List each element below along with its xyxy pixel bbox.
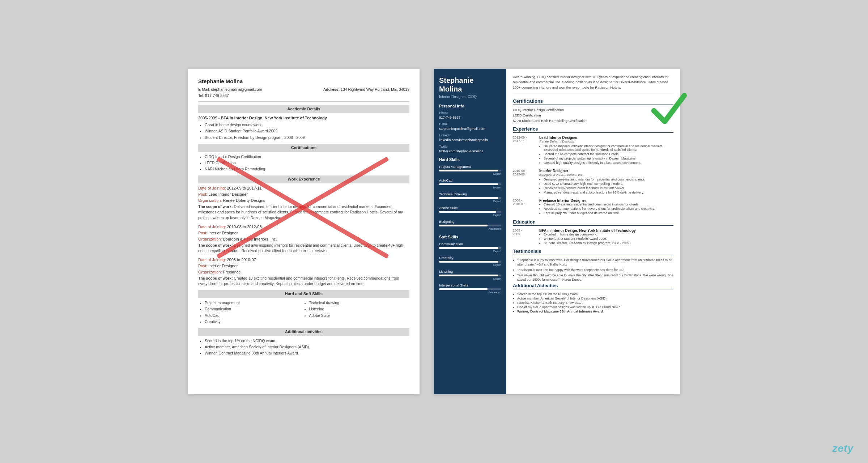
phone-label: Tel: (198, 93, 204, 98)
address-value: 134 Rightward Way Portland, ME, 04019 (341, 87, 409, 92)
linkedin-value-right: linkedin.com/in/stephanieqmolin (439, 138, 501, 142)
work1-post: Lead Interior Designer (208, 192, 248, 196)
edu-dates: 2005-2009 - (198, 116, 220, 120)
left-phone: Tel: 917-749-5567 (198, 93, 229, 98)
right-activities-title: Additional Activities (513, 283, 673, 289)
linkedin-label-right: LinkedIn (439, 133, 501, 137)
exp3-dates: 2006 -2010-07 (513, 199, 536, 216)
address-label: Address: (323, 87, 340, 92)
skill-autocad: AutoCad Expert (439, 178, 501, 189)
edu-entry-1: 2005 -2009 BFA in Interior Design, New Y… (513, 229, 673, 246)
skill-interpersonal: Interpersonal Skills Advanced (439, 283, 501, 294)
resume-main-content: Award-winning, CIDQ certified interior d… (506, 69, 680, 394)
phone-value: 917-749-5567 (205, 93, 229, 98)
exp-entry-2: 2010-08 -2012-08 Interior Designer Bourg… (513, 169, 673, 195)
work2-dates: 2010-08 to 2012-08 (227, 225, 262, 229)
skill-budgeting: Budgeting Advanced (439, 220, 501, 230)
certs-list: CIDQ Interior Design Certification LEED … (198, 154, 409, 172)
work1-org: Renée Doherty Designs (223, 198, 265, 203)
testimonials-list: "Stephanie is a joy to work with. Her de… (513, 258, 673, 282)
resume-sidebar: StephanieMolina Interior Designer, CIDQ … (434, 69, 506, 394)
work1-orglabel: Organization: (198, 198, 222, 203)
left-address: Address: 134 Rightward Way Portland, ME,… (323, 87, 409, 92)
work2-org: Bourgoin & Hess Interiors, Inc. (223, 237, 277, 241)
work3-post: Interior Designer (208, 264, 238, 268)
skill-project-mgmt: Project Management Expert (439, 165, 501, 175)
twitter-label-right: Twitter (439, 145, 501, 148)
edu-dates-right: 2005 -2009 (513, 229, 536, 246)
work1-dates: 2012-09 to 2017-11 (227, 186, 262, 190)
exp-entry-3: 2006 -2010-07 Freelance Interior Designe… (513, 199, 673, 216)
exp1-dates: 2012-09 -2017-11 (513, 136, 536, 165)
cert-3: NARI Kitchen and Bath Remodeling Certifi… (513, 119, 673, 123)
work3-scopelabel: The scope of work: (198, 276, 233, 280)
left-name: Stephanie Molina (198, 77, 409, 85)
activities-header: Additional activities (198, 328, 409, 336)
exp3-details: Freelance Interior Designer Created 10 e… (539, 199, 655, 216)
academic-header: Academic Details (198, 105, 409, 113)
twitter-value-right: twitter.com/stephanieqmolina (439, 149, 501, 153)
edu-degree: BFA in Interior Design, New York Institu… (221, 116, 327, 120)
skills-header: Hard and Soft Skills (198, 290, 409, 298)
work1-datelabel: Date of Joining: (198, 186, 226, 190)
work2-scopelabel: The scope of work: (198, 243, 233, 247)
right-certs-title: Certifications (513, 98, 673, 105)
work3-dates: 2006 to 2010-07 (227, 258, 256, 262)
left-email: E-Mail: stephanieqmolina@gmail.com (198, 87, 262, 92)
cert-2: LEED Certification (513, 113, 673, 117)
activities-list: Scored in the top 1% on the NCIDQ exam. … (198, 338, 409, 356)
work3-postlabel: Post: (198, 264, 207, 268)
phone-value-right: 917-749-5567 (439, 115, 501, 119)
exp2-dates: 2010-08 -2012-08 (513, 169, 536, 195)
sidebar-title: Interior Designer, CIDQ (439, 95, 501, 99)
work2-postlabel: Post: (198, 231, 207, 235)
resume-good: StephanieMolina Interior Designer, CIDQ … (434, 69, 680, 394)
cert-1: CIDQ Interior Design Certification (513, 108, 673, 112)
skill-technical-drawing: Technical Drawing Expert (439, 192, 501, 203)
skill-listening: Listening Expert (439, 269, 501, 280)
skills-list: Project management Communication AutoCad… (198, 300, 409, 324)
right-testimonials-title: Testimonials (513, 249, 673, 255)
skill-adobe-suite: Adobe Suite Expert (439, 206, 501, 217)
work1-postlabel: Post: (198, 192, 207, 196)
sidebar-name: StephanieMolina (439, 76, 501, 93)
email-label-right: E-mail (439, 122, 501, 126)
certs-header: Certifications (198, 144, 409, 152)
work1-scopelabel: The scope of work: (198, 204, 233, 209)
right-edu-title: Education (513, 219, 673, 226)
main-container: Stephanie Molina E-Mail: stephanieqmolin… (174, 54, 694, 409)
exp-entry-1: 2012-09 -2017-11 Lead Interior Designer … (513, 136, 673, 165)
work3-org: Freelance (223, 270, 241, 274)
edu-bullets: Great in home design coursework. Winner,… (198, 122, 409, 140)
exp1-details: Lead Interior Designer Renée Doherty Des… (539, 136, 673, 165)
work2-post: Interior Designer (208, 231, 238, 235)
skill-communication: Communication Expert (439, 242, 501, 253)
work3-datelabel: Date of Joining: (198, 258, 226, 262)
additional-list: Scored in the top 1% on the NCIDQ exam. … (513, 292, 673, 313)
zety-logo: zety (833, 443, 854, 454)
work-entry-3: Date of Joining: 2006 to 2010-07 Post: I… (198, 257, 409, 286)
work-entry-2: Date of Joining: 2010-08 to 2012-08 Post… (198, 224, 409, 254)
work3-orglabel: Organization: (198, 270, 222, 274)
edu-details-right: BFA in Interior Design, New York Institu… (539, 229, 636, 246)
right-exp-title: Experience (513, 126, 673, 133)
email-value: stephanieqmolina@gmail.com (211, 87, 262, 92)
personal-info-title: Personal Info (439, 104, 501, 108)
summary-text: Award-winning, CIDQ certified interior d… (513, 75, 673, 94)
soft-skills-title: Soft Skills (439, 235, 501, 239)
hard-skills-title: Hard Skills (439, 157, 501, 162)
academic-entry: 2005-2009 - BFA in Interior Design, New … (198, 115, 409, 140)
email-label: E-Mail: (198, 87, 210, 92)
phone-label-right: Phone (439, 111, 501, 115)
email-value-right: stephanieqmolina@gmail.com (439, 127, 501, 131)
work2-orglabel: Organization: (198, 237, 222, 241)
exp2-details: Interior Designer Bourgoin & Hess Interi… (539, 169, 645, 195)
work2-datelabel: Date of Joining: (198, 225, 226, 229)
resume-bad: Stephanie Molina E-Mail: stephanieqmolin… (188, 69, 420, 394)
work-header: Work Experience (198, 175, 409, 183)
work-entry-1: Date of Joining: 2012-09 to 2017-11 Post… (198, 186, 409, 220)
skill-creativity: Creativity Expert (439, 256, 501, 267)
